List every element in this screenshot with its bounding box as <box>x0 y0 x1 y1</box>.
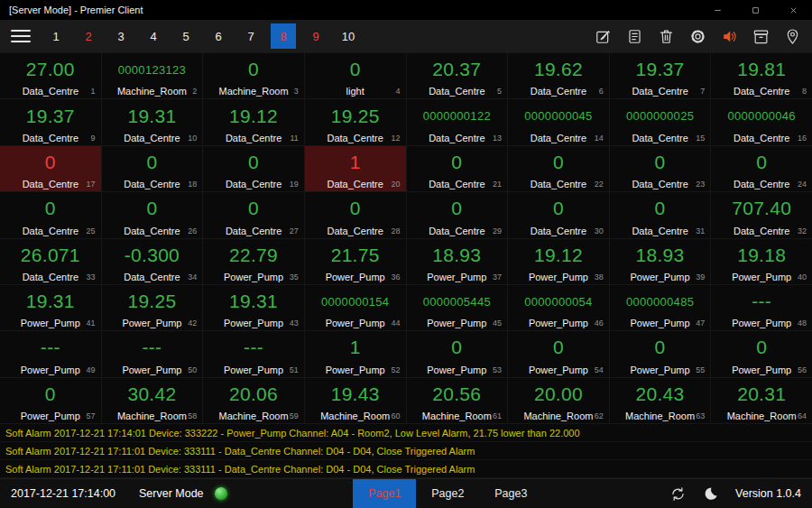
grid-cell-33[interactable]: 26.071Data_Centre33 <box>0 239 101 284</box>
cell-index: 19 <box>290 180 299 189</box>
grid-cell-14[interactable]: 0000000045Data_Centre14 <box>508 99 609 144</box>
grid-cell-6[interactable]: 19.62Data_Centre6 <box>508 53 609 98</box>
grid-cell-50[interactable]: ---Power_Pump50 <box>102 331 203 376</box>
grid-cell-42[interactable]: 19.25Power_Pump42 <box>102 285 203 330</box>
page-number-5[interactable]: 5 <box>173 23 198 49</box>
tab-page2[interactable]: Page2 <box>416 479 479 508</box>
alarm-message: Soft Alarm 2017-12-21 17:11:01 Device: 3… <box>0 442 812 460</box>
minimize-icon[interactable] <box>698 0 736 20</box>
grid-cell-25[interactable]: 0Data_Centre25 <box>0 192 101 237</box>
grid-cell-18[interactable]: 0Data_Centre18 <box>102 146 203 191</box>
speaker-icon[interactable] <box>720 27 738 45</box>
grid-cell-55[interactable]: 0Power_Pump55 <box>610 331 711 376</box>
grid-cell-29[interactable]: 0Data_Centre29 <box>407 192 508 237</box>
grid-cell-13[interactable]: 0000000122Data_Centre13 <box>407 99 508 144</box>
grid-cell-64[interactable]: 20.31Machine_Room64 <box>711 378 812 423</box>
window-controls <box>698 0 812 20</box>
grid-cell-31[interactable]: 0Data_Centre31 <box>610 192 711 237</box>
grid-cell-27[interactable]: 0Data_Centre27 <box>203 192 304 237</box>
moon-icon[interactable] <box>701 485 719 503</box>
grid-cell-11[interactable]: 19.12Data_Centre11 <box>203 99 304 144</box>
grid-cell-37[interactable]: 18.93Power_Pump37 <box>407 239 508 284</box>
grid-cell-17[interactable]: 0Data_Centre17 <box>0 146 101 191</box>
grid-cell-59[interactable]: 20.06Machine_Room59 <box>203 378 304 423</box>
tab-page3[interactable]: Page3 <box>479 479 542 508</box>
grid-cell-20[interactable]: 1Data_Centre20 <box>305 146 406 191</box>
grid-cell-61[interactable]: 20.56Machine_Room61 <box>407 378 508 423</box>
page-number-10[interactable]: 10 <box>336 23 361 49</box>
page-number-3[interactable]: 3 <box>108 23 134 49</box>
grid-cell-34[interactable]: -0.300Data_Centre34 <box>102 239 203 284</box>
page-number-6[interactable]: 6 <box>206 23 231 49</box>
grid-cell-52[interactable]: 1Power_Pump52 <box>305 331 406 376</box>
grid-cell-51[interactable]: ---Power_Pump51 <box>203 331 304 376</box>
grid-cell-24[interactable]: 0Data_Centre24 <box>711 146 812 191</box>
grid-cell-41[interactable]: 19.31Power_Pump41 <box>0 285 101 330</box>
cell-label: Power_Pump <box>411 318 504 328</box>
grid-cell-56[interactable]: 0Power_Pump56 <box>711 331 812 376</box>
grid-cell-53[interactable]: 0Power_Pump53 <box>407 331 508 376</box>
trash-icon[interactable] <box>657 27 675 45</box>
page-number-9[interactable]: 9 <box>303 23 328 49</box>
page-number-1[interactable]: 1 <box>43 23 69 49</box>
grid-cell-30[interactable]: 0Data_Centre30 <box>508 192 609 237</box>
grid-cell-21[interactable]: 0Data_Centre21 <box>407 146 508 191</box>
grid-cell-45[interactable]: 0000005445Power_Pump45 <box>407 285 508 330</box>
grid-cell-46[interactable]: 0000000054Power_Pump46 <box>508 285 609 330</box>
grid-cell-58[interactable]: 30.42Machine_Room58 <box>102 378 203 423</box>
grid-cell-35[interactable]: 22.79Power_Pump35 <box>203 239 304 284</box>
grid-cell-2[interactable]: 0000123123Machine_Room2 <box>102 53 203 98</box>
grid-cell-9[interactable]: 19.37Data_Centre9 <box>0 99 101 144</box>
grid-cell-62[interactable]: 20.00Machine_Room62 <box>508 378 609 423</box>
grid-cell-40[interactable]: 19.18Power_Pump40 <box>711 239 812 284</box>
grid-cell-63[interactable]: 20.43Machine_Room63 <box>610 378 711 423</box>
grid-cell-36[interactable]: 21.75Power_Pump36 <box>305 239 406 284</box>
location-icon[interactable] <box>783 27 801 45</box>
grid-cell-10[interactable]: 19.31Data_Centre10 <box>102 99 203 144</box>
note-icon[interactable] <box>625 27 643 45</box>
grid-cell-7[interactable]: 19.37Data_Centre7 <box>610 53 711 98</box>
edit-icon[interactable] <box>594 27 612 45</box>
grid-cell-49[interactable]: ---Power_Pump49 <box>0 331 101 376</box>
cell-label: Data_Centre <box>411 86 504 97</box>
tab-page1[interactable]: Page1 <box>353 479 416 508</box>
grid-cell-54[interactable]: 0Power_Pump54 <box>508 331 609 376</box>
page-number-8[interactable]: 8 <box>271 23 296 49</box>
grid-cell-1[interactable]: 27.00Data_Centre1 <box>0 53 101 98</box>
grid-cell-43[interactable]: 19.31Power_Pump43 <box>203 285 304 330</box>
grid-cell-12[interactable]: 19.25Data_Centre12 <box>305 99 406 144</box>
grid-cell-15[interactable]: 0000000025Data_Centre15 <box>610 99 711 144</box>
menu-icon[interactable] <box>7 25 34 47</box>
grid-cell-4[interactable]: 0light4 <box>305 53 406 98</box>
grid-cell-8[interactable]: 19.81Data_Centre8 <box>711 53 812 98</box>
grid-cell-26[interactable]: 0Data_Centre26 <box>102 192 203 237</box>
grid-cell-57[interactable]: 0Power_Pump57 <box>0 378 101 423</box>
grid-cell-3[interactable]: 0Machine_Room3 <box>203 53 304 98</box>
grid-cell-60[interactable]: 19.43Machine_Room60 <box>305 378 406 423</box>
grid-cell-47[interactable]: 0000000485Power_Pump47 <box>610 285 711 330</box>
archive-icon[interactable] <box>752 27 770 45</box>
grid-cell-28[interactable]: 0Data_Centre28 <box>305 192 406 237</box>
cell-index: 7 <box>700 87 705 96</box>
grid-cell-32[interactable]: 707.40Data_Centre32 <box>711 192 812 237</box>
cell-value: --- <box>715 287 808 316</box>
grid-cell-19[interactable]: 0Data_Centre19 <box>203 146 304 191</box>
page-number-7[interactable]: 7 <box>238 23 263 49</box>
grid-cell-48[interactable]: ---Power_Pump48 <box>711 285 812 330</box>
cell-label: Power_Pump <box>715 272 808 282</box>
cell-label: Data_Centre <box>512 179 605 189</box>
grid-cell-23[interactable]: 0Data_Centre23 <box>610 146 711 191</box>
grid-cell-39[interactable]: 18.93Power_Pump39 <box>610 239 711 284</box>
page-number-4[interactable]: 4 <box>141 23 166 49</box>
grid-cell-16[interactable]: 0000000046Data_Centre16 <box>711 99 812 144</box>
grid-cell-38[interactable]: 19.12Power_Pump38 <box>508 239 609 284</box>
page-number-2[interactable]: 2 <box>76 23 101 49</box>
grid-cell-5[interactable]: 20.37Data_Centre5 <box>407 53 508 98</box>
settings-icon[interactable] <box>688 27 706 45</box>
cell-value: 30.42 <box>106 380 199 409</box>
maximize-icon[interactable] <box>736 0 774 20</box>
grid-cell-44[interactable]: 0000000154Power_Pump44 <box>305 285 406 330</box>
close-icon[interactable] <box>774 0 812 20</box>
grid-cell-22[interactable]: 0Data_Centre22 <box>508 146 609 191</box>
sync-icon[interactable] <box>669 485 687 503</box>
